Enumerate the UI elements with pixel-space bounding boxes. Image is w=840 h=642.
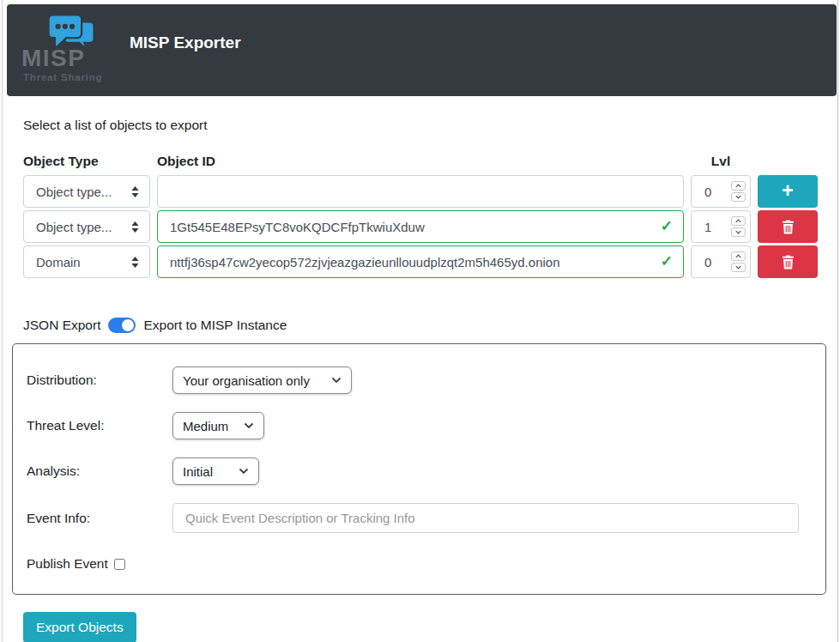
distribution-label: Distribution:	[27, 372, 172, 388]
level-value: 0	[704, 255, 731, 270]
level-number-input[interactable]: 0	[691, 175, 751, 208]
valid-check-icon: ✓	[661, 217, 673, 235]
object-row: Object type... ✓ 0	[23, 175, 840, 208]
distribution-selected-value: Your organisation only	[183, 373, 310, 388]
select-updown-icon	[131, 186, 139, 197]
column-header-object-type: Object Type	[23, 154, 150, 169]
object-id-field: ✓	[157, 210, 684, 243]
app-header: MISP Threat Sharing MISP Exporter	[7, 4, 837, 96]
object-id-field: ✓	[157, 245, 684, 278]
publish-event-checkbox[interactable]	[114, 559, 125, 570]
delete-row-button[interactable]	[758, 245, 818, 278]
object-type-selected-value: Domain	[36, 255, 128, 270]
main-content: Select a list of objects to export Objec…	[0, 96, 840, 642]
spinner-down-button[interactable]	[731, 263, 746, 272]
spinner-up-button[interactable]	[731, 181, 746, 191]
object-table-header: Object Type Object ID Lvl	[23, 154, 840, 169]
chevron-down-icon	[331, 377, 341, 384]
chevron-down-icon	[244, 422, 254, 429]
json-export-label: JSON Export	[23, 318, 100, 333]
misp-logo-tagline: Threat Sharing	[23, 72, 102, 82]
threat-level-label: Threat Level:	[27, 418, 172, 433]
trash-icon	[782, 220, 795, 234]
object-type-selected-value: Object type...	[36, 220, 128, 234]
spinner-up-button[interactable]	[731, 216, 746, 226]
plus-icon: +	[782, 181, 793, 201]
chevron-down-icon	[239, 468, 249, 475]
level-number-input[interactable]: 0	[691, 245, 751, 278]
page-title: MISP Exporter	[130, 33, 241, 52]
select-updown-icon	[131, 257, 139, 268]
analysis-row: Analysis: Initial	[27, 457, 812, 485]
object-type-select[interactable]: Domain	[23, 245, 150, 278]
misp-logo: MISP Threat Sharing	[21, 9, 111, 92]
event-info-label: Event Info:	[27, 511, 172, 526]
distribution-row: Distribution: Your organisation only	[27, 366, 812, 394]
export-to-misp-label: Export to MISP Instance	[143, 318, 287, 333]
threat-level-selected-value: Medium	[183, 419, 228, 433]
object-type-select[interactable]: Object type...	[23, 210, 150, 243]
analysis-selected-value: Initial	[183, 464, 213, 479]
object-id-field: ✓	[157, 175, 684, 208]
object-id-input[interactable]	[157, 175, 684, 208]
level-value: 0	[704, 185, 731, 199]
number-spinner	[731, 251, 746, 272]
misp-instance-form: Distribution: Your organisation only Thr…	[12, 343, 826, 595]
export-mode-toggle[interactable]	[108, 318, 136, 333]
number-spinner	[731, 216, 746, 237]
spinner-down-button[interactable]	[731, 192, 746, 202]
threat-level-select[interactable]: Medium	[172, 412, 264, 439]
select-updown-icon	[131, 221, 139, 233]
threat-level-row: Threat Level: Medium	[27, 412, 812, 439]
trash-icon	[782, 255, 795, 270]
publish-event-label: Publish Event	[27, 556, 108, 572]
analysis-label: Analysis:	[27, 463, 172, 479]
object-row: Domain ✓ 0	[23, 245, 840, 278]
level-number-input[interactable]: 1	[691, 210, 751, 243]
event-info-row: Event Info:	[27, 503, 812, 533]
object-table: Object Type Object ID Lvl Object type...…	[23, 154, 840, 278]
add-row-button[interactable]: +	[758, 175, 818, 208]
distribution-select[interactable]: Your organisation only	[172, 366, 352, 394]
spinner-down-button[interactable]	[731, 227, 746, 237]
object-id-input[interactable]	[157, 210, 684, 243]
event-info-input[interactable]	[172, 503, 799, 533]
column-header-object-id: Object ID	[157, 154, 684, 169]
object-row: Object type... ✓ 1	[23, 210, 840, 243]
object-type-select[interactable]: Object type...	[23, 175, 150, 208]
intro-text: Select a list of objects to export	[23, 118, 840, 133]
publish-event-row: Publish Event	[27, 556, 812, 572]
window-left-border	[2, 0, 3, 642]
misp-logo-brand: MISP	[21, 45, 85, 72]
window-right-border	[837, 0, 838, 642]
object-id-input[interactable]	[157, 245, 684, 278]
column-header-lvl: Lvl	[691, 154, 751, 169]
delete-row-button[interactable]	[758, 210, 818, 243]
spinner-up-button[interactable]	[731, 251, 746, 261]
level-value: 1	[704, 220, 731, 234]
valid-check-icon: ✓	[661, 252, 673, 270]
object-rows: Object type... ✓ 0	[23, 175, 840, 278]
export-mode-row: JSON Export Export to MISP Instance	[23, 318, 840, 333]
number-spinner	[731, 181, 746, 202]
object-type-selected-value: Object type...	[36, 185, 128, 199]
export-objects-button[interactable]: Export Objects	[23, 612, 136, 642]
analysis-select[interactable]: Initial	[172, 457, 259, 485]
